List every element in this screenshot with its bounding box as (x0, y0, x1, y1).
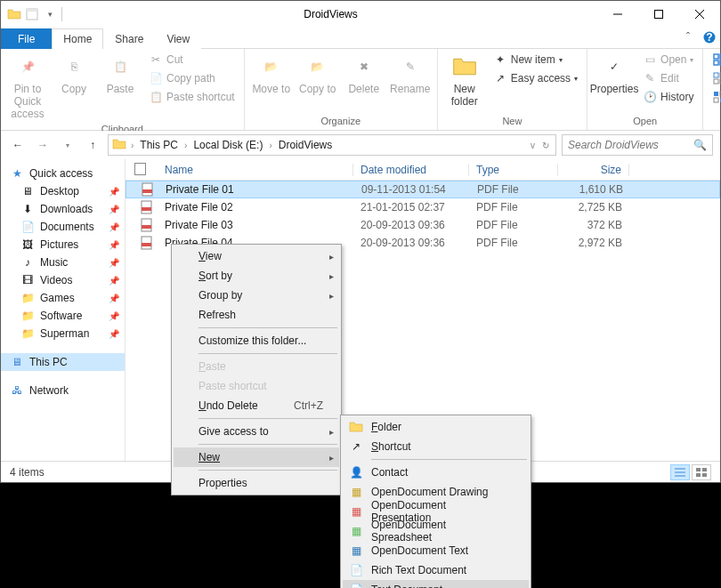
minimize-button[interactable] (597, 1, 638, 28)
ctx-new-contact[interactable]: 👤Contact (343, 463, 529, 482)
properties-qat-icon[interactable] (24, 6, 40, 22)
select-all-button[interactable]: Select all (709, 51, 721, 68)
ctx-group-by[interactable]: Group by▸ (174, 286, 339, 305)
chevron-right-icon[interactable]: › (128, 141, 136, 150)
paste-button[interactable]: 📋Paste (99, 51, 142, 97)
help-icon[interactable]: ? (699, 27, 720, 48)
file-name: Private File 03 (158, 219, 353, 231)
address-dropdown-icon[interactable]: v (528, 141, 538, 150)
ctx-customize[interactable]: Customize this folder... (174, 331, 339, 350)
ctx-new-shortcut[interactable]: ↗Shortcut (343, 437, 529, 456)
pin-quick-access-button[interactable]: 📌Pin to Quick access (6, 51, 49, 122)
back-button[interactable]: ← (8, 135, 28, 155)
pc-icon: 🖥 (10, 355, 24, 369)
ctx-view[interactable]: View▸ (174, 246, 339, 266)
ctx-new-rtf[interactable]: 📄Rich Text Document (343, 560, 529, 580)
file-date: 20-09-2013 09:36 (353, 237, 469, 249)
sidebar-item-software[interactable]: 📁Software📌 (1, 307, 125, 325)
ctx-give-access[interactable]: Give access to▸ (174, 422, 339, 441)
recent-dropdown-icon[interactable]: ▾ (58, 135, 77, 155)
sidebar-item-downloads[interactable]: ⬇Downloads📌 (1, 200, 125, 218)
ctx-new-text[interactable]: 📄Text Document (343, 580, 529, 588)
copy-to-button[interactable]: 📂Copy to (296, 51, 339, 97)
crumb-this-pc[interactable]: This PC (138, 139, 180, 151)
file-row[interactable]: Private File 02 21-01-2015 02:37 PDF Fil… (126, 198, 720, 216)
select-none-button[interactable]: Select none (709, 69, 721, 87)
properties-button[interactable]: ✓Properties (593, 51, 636, 97)
move-to-button[interactable]: 📂Move to (250, 51, 293, 97)
sidebar-item-superman[interactable]: 📁Superman📌 (1, 325, 125, 342)
paste-shortcut-button[interactable]: 📋Paste shortcut (145, 88, 239, 106)
column-name[interactable]: Name (158, 164, 353, 176)
file-row[interactable]: Private File 03 20-09-2013 09:36 PDF Fil… (126, 216, 720, 234)
sidebar-item-pictures[interactable]: 🖼Pictures📌 (1, 236, 125, 254)
sidebar-item-games[interactable]: 📁Games📌 (1, 289, 125, 307)
file-type: PDF File (469, 219, 558, 231)
new-item-icon: ✦ (493, 52, 507, 67)
maximize-button[interactable] (638, 1, 679, 28)
edit-button[interactable]: ✎Edit (639, 69, 697, 87)
copy-button[interactable]: ⎘Copy (53, 51, 95, 97)
new-item-button[interactable]: ✦New item ▾ (490, 51, 581, 68)
chevron-right-icon[interactable]: › (182, 141, 190, 150)
close-button[interactable] (679, 1, 720, 28)
search-input[interactable]: Search DroidViews 🔍 (562, 134, 713, 156)
ctx-undo-delete[interactable]: Undo DeleteCtrl+Z (174, 396, 339, 415)
crumb-local-disk[interactable]: Local Disk (E:) (191, 139, 264, 151)
details-view-button[interactable] (670, 464, 690, 480)
breadcrumb[interactable]: › This PC › Local Disk (E:) › DroidViews… (108, 134, 556, 156)
ctx-new-od-text[interactable]: ▦OpenDocument Text (343, 541, 529, 560)
file-row[interactable]: Private File 01 09-11-2013 01:54 PDF Fil… (126, 181, 720, 198)
sidebar-item-music[interactable]: ♪Music📌 (1, 254, 125, 271)
sidebar-item-desktop[interactable]: 🖥Desktop📌 (1, 182, 125, 200)
column-date[interactable]: Date modified (353, 164, 469, 176)
ctx-new-folder[interactable]: Folder (343, 417, 529, 437)
select-all-checkbox[interactable] (134, 163, 146, 175)
ctx-new[interactable]: New▸ (174, 447, 339, 467)
ctx-paste-shortcut: Paste shortcut (174, 376, 339, 396)
up-button[interactable]: ↑ (83, 135, 102, 155)
videos-icon: 🎞 (20, 273, 35, 287)
file-type: PDF File (469, 201, 558, 213)
column-size[interactable]: Size (558, 164, 629, 176)
qat-dropdown-icon[interactable]: ▾ (42, 6, 58, 22)
rename-button[interactable]: ✎Rename (389, 51, 432, 97)
svg-rect-14 (714, 79, 718, 84)
shortcut-icon: ↗ (348, 439, 364, 455)
sidebar-network[interactable]: 🖧Network (1, 382, 125, 399)
history-button[interactable]: 🕑History (639, 88, 697, 106)
sidebar-item-videos[interactable]: 🎞Videos📌 (1, 271, 125, 289)
easy-access-button[interactable]: ↗Easy access ▾ (490, 69, 581, 87)
delete-button[interactable]: ✖Delete (343, 51, 385, 97)
thumbnails-view-button[interactable] (692, 464, 711, 480)
ctx-properties[interactable]: Properties (174, 473, 339, 493)
refresh-icon[interactable]: ↻ (539, 141, 552, 150)
ctx-refresh[interactable]: Refresh (174, 305, 339, 325)
sidebar-item-documents[interactable]: 📄Documents📌 (1, 218, 125, 236)
ribbon-collapse-icon[interactable]: ˆ (677, 27, 699, 48)
folder-icon: 📁 (20, 309, 35, 323)
cut-button[interactable]: ✂Cut (145, 51, 239, 68)
ctx-new-od-spreadsheet[interactable]: ▦OpenDocument Spreadsheet (343, 521, 529, 541)
invert-selection-button[interactable]: Invert selection (709, 88, 721, 106)
pin-icon: 📌 (109, 205, 119, 214)
history-icon: 🕑 (643, 90, 657, 104)
tab-share[interactable]: Share (103, 28, 155, 49)
sidebar-quick-access[interactable]: ★Quick access (1, 165, 125, 182)
column-type[interactable]: Type (469, 164, 558, 176)
folder-icon (348, 419, 364, 435)
chevron-right-icon[interactable]: › (266, 141, 274, 150)
open-button[interactable]: ▭Open ▾ (639, 51, 697, 68)
tab-view[interactable]: View (155, 28, 201, 49)
tab-file[interactable]: File (1, 28, 52, 49)
folder-icon (112, 137, 126, 154)
tab-home[interactable]: Home (52, 28, 103, 49)
copy-path-button[interactable]: 📄Copy path (145, 69, 239, 87)
sidebar-this-pc[interactable]: 🖥This PC (1, 353, 125, 371)
forward-button[interactable]: → (33, 135, 53, 155)
pdf-icon (140, 218, 154, 232)
new-folder-button[interactable]: New folder (443, 51, 486, 109)
crumb-droidviews[interactable]: DroidViews (277, 139, 334, 151)
sidebar-item-label: Desktop (40, 185, 79, 197)
ctx-sort-by[interactable]: Sort by▸ (174, 266, 339, 286)
